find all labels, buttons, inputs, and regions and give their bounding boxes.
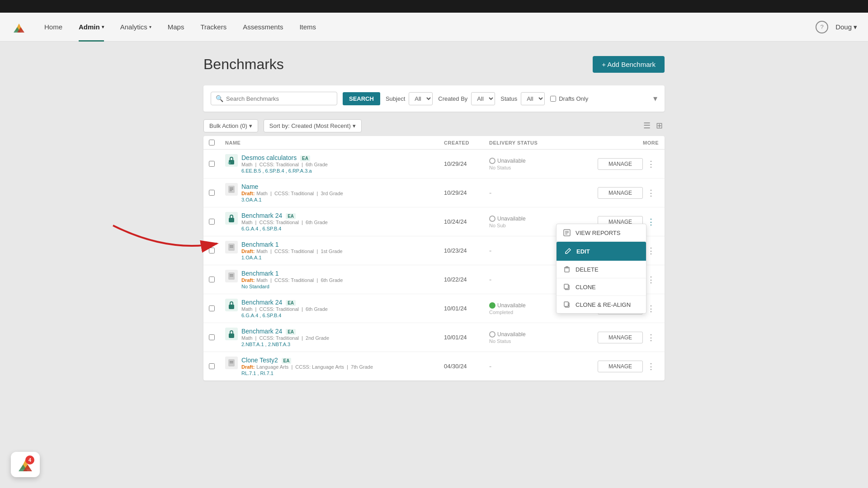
benchmark-title[interactable]: Benchmark 24 EA (241, 212, 328, 219)
nav-item-items[interactable]: Items (291, 13, 324, 42)
row-standards[interactable]: 2.NBT.A.1 , 2.NBT.A.3 (241, 342, 329, 347)
manage-button[interactable]: MANAGE (598, 361, 643, 372)
expand-search-button[interactable]: ▾ (653, 94, 657, 103)
navigation: Home Admin ▾ Analytics ▾ Maps Trackers A… (0, 13, 868, 42)
svg-rect-16 (564, 284, 568, 289)
row-created: 10/29/24 (444, 160, 489, 167)
search-input[interactable] (226, 95, 332, 102)
list-view-button[interactable]: ☰ (642, 119, 652, 132)
search-button[interactable]: SEARCH (343, 92, 380, 105)
draft-icon (225, 241, 238, 253)
delete-icon (563, 265, 571, 273)
grid-view-button[interactable]: ⊞ (654, 119, 665, 132)
sort-chevron-icon: ▾ (353, 122, 356, 129)
more-options-button[interactable]: ⋮ (643, 188, 659, 198)
more-header: MORE (643, 140, 659, 145)
svg-rect-26 (229, 305, 234, 309)
clone-realign-icon (563, 300, 571, 309)
row-standards[interactable]: 6.G.A.4 , 6.SP.B.4 (241, 313, 328, 318)
benchmark-title[interactable]: Benchmark 24 EA (241, 328, 329, 335)
row-checkbox[interactable] (209, 219, 215, 225)
row-standards[interactable]: 6.EE.B.5 , 6.SP.B.4 , 6.RP.A.3.a (241, 168, 328, 174)
row-checkbox[interactable] (209, 363, 215, 369)
benchmark-title[interactable]: Desmos calculators EA (241, 154, 328, 161)
bottom-badge[interactable]: 4 (11, 452, 40, 477)
user-chevron-icon: ▾ (854, 23, 857, 31)
toolbar: Bulk Action (0) ▾ Sort by: Created (Most… (203, 119, 665, 132)
ea-badge: EA (300, 155, 310, 161)
sort-button[interactable]: Sort by: Created (Most Recent) ▾ (264, 119, 362, 132)
bulk-action-button[interactable]: Bulk Action (0) ▾ (203, 119, 258, 132)
ea-badge: EA (282, 358, 292, 364)
svg-rect-27 (229, 333, 234, 338)
edit-icon (564, 247, 572, 255)
bulk-chevron-icon: ▾ (249, 122, 252, 129)
ea-badge: EA (286, 300, 296, 306)
row-standards[interactable]: 1.OA.A.1 (241, 255, 343, 260)
table-row: Benchmark 24 EA Math | CCSS: Traditional… (203, 323, 665, 352)
page-header: Benchmarks + Add Benchmark (203, 56, 665, 73)
more-options-button[interactable]: ⋮ (643, 361, 659, 371)
status-filter: Status All (500, 92, 545, 105)
created-header: CREATED (444, 140, 489, 145)
search-input-wrap: 🔍 (211, 92, 337, 105)
logo[interactable] (11, 19, 27, 35)
delivery-status-header: DELIVERY STATUS (489, 140, 571, 145)
select-all-checkbox[interactable] (209, 140, 215, 145)
lock-icon (225, 154, 238, 167)
benchmark-title[interactable]: Benchmark 1 (241, 241, 343, 248)
row-standards[interactable]: 6.G.A.4 , 6.SP.B.4 (241, 226, 328, 231)
subject-filter: Subject All (386, 92, 433, 105)
row-standards[interactable]: 3.OA.A.1 (241, 197, 343, 202)
lock-icon (225, 212, 238, 225)
status-select[interactable]: All (521, 92, 545, 105)
delete-menu-item[interactable]: DELETE (557, 261, 646, 278)
row-checkbox[interactable] (209, 334, 215, 340)
view-reports-menu-item[interactable]: VIEW REPORTS (557, 224, 646, 242)
admin-chevron-icon: ▾ (102, 24, 104, 29)
nav-item-analytics[interactable]: Analytics ▾ (112, 13, 160, 42)
benchmark-title[interactable]: Benchmark 1 (241, 270, 343, 277)
nav-item-maps[interactable]: Maps (160, 13, 193, 42)
row-checkbox-wrap (209, 161, 225, 167)
nav-item-assessments[interactable]: Assessments (235, 13, 291, 42)
nav-item-home[interactable]: Home (36, 13, 71, 42)
row-checkbox[interactable] (209, 248, 215, 253)
more-options-button[interactable]: ⋮ (643, 159, 659, 169)
help-button[interactable]: ? (816, 21, 828, 33)
clone-realign-menu-item[interactable]: CLONE & RE-ALIGN (557, 296, 646, 313)
row-checkbox[interactable] (209, 161, 215, 167)
clone-menu-item[interactable]: CLONE (557, 278, 646, 296)
table-header: NAME CREATED DELIVERY STATUS MORE (203, 136, 665, 150)
status-circle-icon (489, 331, 495, 338)
analytics-chevron-icon: ▾ (149, 24, 151, 29)
nav-item-admin[interactable]: Admin ▾ (71, 13, 112, 42)
svg-rect-18 (564, 302, 568, 306)
manage-button[interactable]: MANAGE (598, 158, 643, 170)
row-checkbox[interactable] (209, 305, 215, 311)
more-options-button[interactable]: ⋮ (643, 333, 659, 343)
user-menu[interactable]: Doug ▾ (835, 23, 857, 31)
edit-menu-item[interactable]: EDIT (557, 242, 646, 261)
benchmark-title[interactable]: Name (241, 183, 343, 190)
benchmark-title[interactable]: Clone Testy2 EA (241, 357, 373, 364)
subject-select[interactable]: All (409, 92, 433, 105)
top-bar (0, 0, 868, 13)
add-benchmark-button[interactable]: + Add Benchmark (593, 56, 665, 73)
row-checkbox[interactable] (209, 277, 215, 282)
manage-button[interactable]: MANAGE (598, 187, 643, 199)
page-title: Benchmarks (203, 56, 284, 73)
manage-button[interactable]: MANAGE (598, 332, 643, 343)
table-row: Name Draft: Math | CCSS: Traditional | 3… (203, 178, 665, 207)
svg-rect-4 (228, 162, 231, 164)
table-row: Clone Testy2 EA Draft: Language Arts | C… (203, 352, 665, 380)
row-status: Unavailable No Status (489, 158, 571, 170)
drafts-only-checkbox[interactable]: Drafts Only (550, 95, 588, 102)
status-circle-icon (489, 302, 495, 309)
row-standards[interactable]: No Standard (241, 284, 343, 289)
row-checkbox[interactable] (209, 190, 215, 196)
benchmark-title[interactable]: Benchmark 24 EA (241, 299, 328, 306)
created-by-select[interactable]: All (471, 92, 495, 105)
row-standards[interactable]: RL.7.1 , RI.7.1 (241, 371, 373, 376)
nav-item-trackers[interactable]: Trackers (192, 13, 235, 42)
